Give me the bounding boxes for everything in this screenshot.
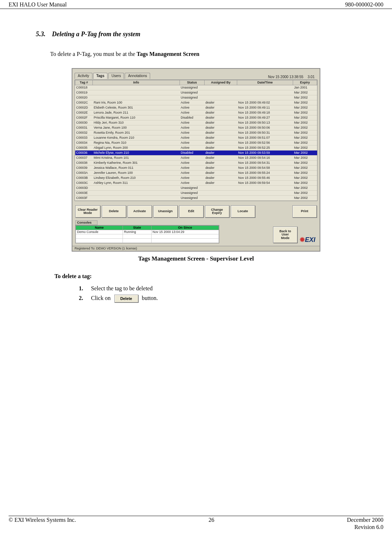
tab-bar: Activity Tags Users Annotations Nov 15 2…	[72, 69, 320, 79]
consoles-label: Consoles	[75, 220, 97, 225]
page-header: EXI HALO User Manual 980-000002-000	[0, 0, 392, 9]
table-row[interactable]: C00034Regina Nia, Room 310ActivedealerNo…	[75, 140, 317, 146]
footer-right1: December 2000	[347, 517, 383, 523]
consoles-col-state: State	[123, 226, 152, 230]
intro-text: To delete a P-Tag, you must be at the Ta…	[50, 51, 356, 57]
footer-page: 26	[209, 517, 214, 523]
header-right: 980-000002-000	[345, 1, 383, 8]
table-row[interactable]: C00033Louanne Kendra, Room 210Activedeal…	[75, 135, 317, 140]
table-row[interactable]: C00018UnassignedJan 2001	[75, 85, 317, 90]
consoles-panel: Name State On Since Demo Console Running…	[75, 225, 219, 243]
tags-table[interactable]: Tag # Info Status Assigned By Date/Time …	[75, 80, 317, 201]
footer-left: © EXI Wireless Systems Inc.	[9, 517, 76, 523]
table-row[interactable]: C00032Rosetta Emily, Room 201Activedeale…	[75, 130, 317, 135]
table-row[interactable]: C0003CAshley Lynn, Room 311ActivedealerN…	[75, 181, 317, 186]
exi-logo: ✹EXI	[300, 237, 315, 243]
activate-button[interactable]: Activate	[128, 205, 152, 218]
unassign-button[interactable]: Unassign	[153, 205, 178, 218]
table-row[interactable]: C00039Jessica Wallace, Room 011Activedea…	[75, 166, 317, 171]
edit-button[interactable]: Edit	[179, 205, 204, 218]
table-row[interactable]: C00030Hildy Jeri, Room 310ActivedealerNo…	[75, 120, 317, 125]
table-row[interactable]: C0003BLindsey Elizabeth, Room 210Actived…	[75, 176, 317, 181]
footer-right2: Revision 6.0	[354, 524, 383, 530]
figure-caption: Tags Management Screen - Supervisor Leve…	[36, 255, 356, 262]
tab-users[interactable]: Users	[108, 73, 124, 79]
back-to-user-button[interactable]: Back toUserMode	[273, 227, 297, 243]
steps-heading: To delete a tag:	[54, 273, 356, 280]
table-row[interactable]: C0003DUnassignedMar 2002	[75, 186, 317, 191]
col-status[interactable]: Status	[180, 80, 204, 85]
locate-button[interactable]: Locate	[231, 205, 255, 218]
table-row[interactable]: C0002DElsbeth Celeste, Room 301Activedea…	[75, 105, 317, 110]
table-row[interactable]: C00038Kimberly Katherine, Room 301Active…	[75, 161, 317, 166]
clock: Nov 15 2000 13:38:55	[268, 74, 303, 79]
consoles-row[interactable]: Demo Console Running Nov 15 2000 13:04:2…	[76, 230, 219, 234]
page-footer: © EXI Wireless Systems Inc. 26 December …	[9, 516, 383, 530]
table-row[interactable]: C0002ELenora Jade, Room 211ActivedealerN…	[75, 110, 317, 115]
tags-panel: Tag # Info Status Assigned By Date/Time …	[75, 80, 317, 201]
app-window: Activity Tags Users Annotations Nov 15 2…	[72, 68, 320, 252]
change-expiry-button[interactable]: ChangeExpiry	[205, 205, 229, 218]
col-info[interactable]: Info	[93, 80, 180, 85]
table-row[interactable]: C00020UnassignedMar 2002	[75, 95, 317, 100]
table-row[interactable]: C00031Verna Jane, Room 100ActivedealerNo…	[75, 125, 317, 130]
table-row[interactable]: C00035Abigail Lynn, Room 200Activedealer…	[75, 146, 317, 151]
consoles-col-since: On Since	[151, 226, 219, 230]
table-row[interactable]: C0003AJennifer Lauren, Room 100Activedea…	[75, 171, 317, 176]
registered-label: Registered To: DEMO VERSION (1 license)	[72, 246, 320, 251]
version-label: 3.01	[308, 74, 315, 79]
consoles-table[interactable]: Name State On Since Demo Console Running…	[76, 225, 219, 243]
tab-tags[interactable]: Tags	[93, 73, 108, 79]
section-title: Deleting a P-Tag from the system	[52, 30, 140, 38]
table-header-row: Tag # Info Status Assigned By Date/Time …	[75, 80, 317, 85]
table-row[interactable]: C0002FPriscilla Margaret, Room 110Disabl…	[75, 115, 317, 120]
table-row[interactable]: C00019UnassignedMar 2002	[75, 90, 317, 95]
section-heading: 5.3. Deleting a P-Tag from the system	[36, 30, 356, 38]
col-tag[interactable]: Tag #	[75, 80, 93, 85]
header-left: EXI HALO User Manual	[9, 1, 67, 8]
print-button[interactable]: Print	[292, 205, 317, 218]
table-row[interactable]: C0003FUnassignedMar 2002	[75, 196, 317, 201]
step-2: 2. Click on Delete button.	[79, 295, 356, 302]
table-row[interactable]: C00036Michele Elyse, room 210Disableddea…	[75, 151, 317, 156]
tab-annotations[interactable]: Annotations	[125, 73, 150, 79]
col-datetime[interactable]: Date/Time	[237, 80, 293, 85]
inline-delete-button[interactable]: Delete	[114, 295, 138, 302]
table-row[interactable]: C00037Mimi Kristina, Room 101Activedeale…	[75, 156, 317, 161]
section-number: 5.3.	[36, 30, 46, 38]
col-assignedby[interactable]: Assigned By	[204, 80, 237, 85]
step-1: 1. Select the tag to be deleted	[79, 285, 356, 292]
action-button-row: Clear ReaderMode Delete Activate Unassig…	[72, 203, 320, 220]
col-expiry[interactable]: Expiry	[293, 80, 317, 85]
delete-button[interactable]: Delete	[102, 205, 126, 218]
tab-activity[interactable]: Activity	[75, 73, 92, 79]
clear-reader-button[interactable]: Clear ReaderMode	[75, 205, 100, 218]
table-row[interactable]: C0003EUnassignedMar 2002	[75, 191, 317, 196]
table-row[interactable]: C0002CRani Iris, Room 100ActivedealerNov…	[75, 100, 317, 105]
consoles-col-name: Name	[76, 226, 123, 230]
